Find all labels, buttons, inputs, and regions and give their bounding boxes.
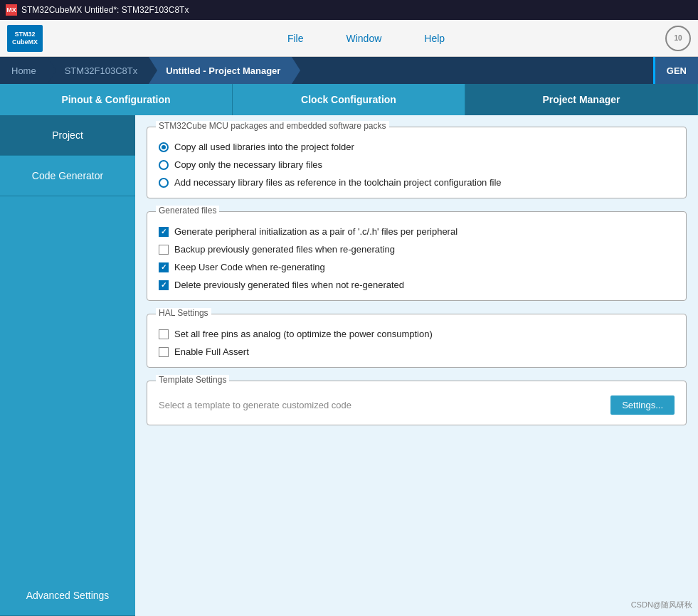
radio-copy-necessary[interactable]: Copy only the necessary library files [159,159,675,170]
radio-circle-1 [159,160,169,170]
checkbox-box-3 [159,280,169,290]
menu-bar: STM32 CubeMX File Window Help 10 [0,20,698,57]
mcu-packages-radio-group: Copy all used libraries into the project… [159,142,675,188]
sidebar-item-advanced-settings[interactable]: Advanced Settings [0,575,135,616]
mcu-packages-group: STM32Cube MCU packages and embedded soft… [147,127,687,198]
checkbox-full-assert[interactable]: Enable Full Assert [159,346,675,357]
sidebar: Project Code Generator Advanced Settings [0,115,135,616]
breadcrumb-arrow-1 [149,57,157,84]
checkbox-box-hal-0 [159,329,169,339]
menu-help[interactable]: Help [424,33,445,44]
radio-circle-2 [159,178,169,188]
checkbox-delete-files[interactable]: Delete previously generated files when n… [159,280,675,290]
gen-badge[interactable]: GEN [653,57,698,84]
template-inner: Select a template to generate customized… [159,395,675,415]
version-badge: 10 [665,26,691,51]
radio-copy-all[interactable]: Copy all used libraries into the project… [159,142,675,152]
template-placeholder-text: Select a template to generate customized… [159,400,603,410]
tab-pinout[interactable]: Pinout & Configuration [0,84,233,115]
generated-files-checkbox-group: Generate peripheral initialization as a … [159,226,675,290]
checkbox-box-1 [159,245,169,255]
sidebar-item-project[interactable]: Project [0,115,135,156]
mcu-packages-label: STM32Cube MCU packages and embedded soft… [156,121,389,131]
tab-bar: Pinout & Configuration Clock Configurati… [0,84,698,115]
hal-settings-checkbox-group: Set all free pins as analog (to optimize… [159,329,675,357]
checkbox-box-0 [159,227,169,237]
hal-settings-label: HAL Settings [156,308,211,318]
watermark: CSDN@随风研秋 [631,600,692,610]
menu-file[interactable]: File [287,33,304,44]
breadcrumb-arrow-active [292,57,300,84]
breadcrumb-device[interactable]: STM32F103C8Tx [48,57,149,84]
checkbox-box-2 [159,262,169,272]
checkbox-backup-files[interactable]: Backup previously generated files when r… [159,244,675,255]
hal-settings-group: HAL Settings Set all free pins as analog… [147,314,687,368]
breadcrumb-project[interactable]: Untitled - Project Manager [149,57,292,84]
menu-items: File Window Help [67,33,665,44]
title-bar-text: STM32CubeMX Untitled*: STM32F103C8Tx [21,5,189,15]
sidebar-spacer [0,196,135,575]
template-settings-group: Template Settings Select a template to g… [147,381,687,425]
checkbox-free-pins[interactable]: Set all free pins as analog (to optimize… [159,329,675,339]
menu-window[interactable]: Window [346,33,381,44]
radio-circle-0 [159,142,169,152]
generated-files-group: Generated files Generate peripheral init… [147,211,687,301]
checkbox-keep-user-code[interactable]: Keep User Code when re-generating [159,262,675,272]
breadcrumb-home[interactable]: Home [0,57,48,84]
logo-box: STM32 CubeMX [7,25,43,52]
radio-add-reference[interactable]: Add necessary library files as reference… [159,177,675,188]
title-bar: MX STM32CubeMX Untitled*: STM32F103C8Tx [0,0,698,20]
checkbox-gen-peripheral[interactable]: Generate peripheral initialization as a … [159,226,675,237]
tab-project-manager[interactable]: Project Manager [465,84,698,115]
tab-clock[interactable]: Clock Configuration [233,84,465,115]
main-layout: Project Code Generator Advanced Settings… [0,115,698,616]
sidebar-item-code-generator[interactable]: Code Generator [0,156,135,196]
app-icon: MX [6,4,17,16]
breadcrumb-bar: Home STM32F103C8Tx Untitled - Project Ma… [0,57,698,84]
checkbox-box-hal-1 [159,347,169,357]
generated-files-label: Generated files [156,206,219,216]
breadcrumb-arrow-0 [48,57,56,84]
template-settings-label: Template Settings [156,375,229,385]
content-area: STM32Cube MCU packages and embedded soft… [135,115,698,616]
settings-button[interactable]: Settings... [610,395,675,415]
logo: STM32 CubeMX [7,25,46,52]
